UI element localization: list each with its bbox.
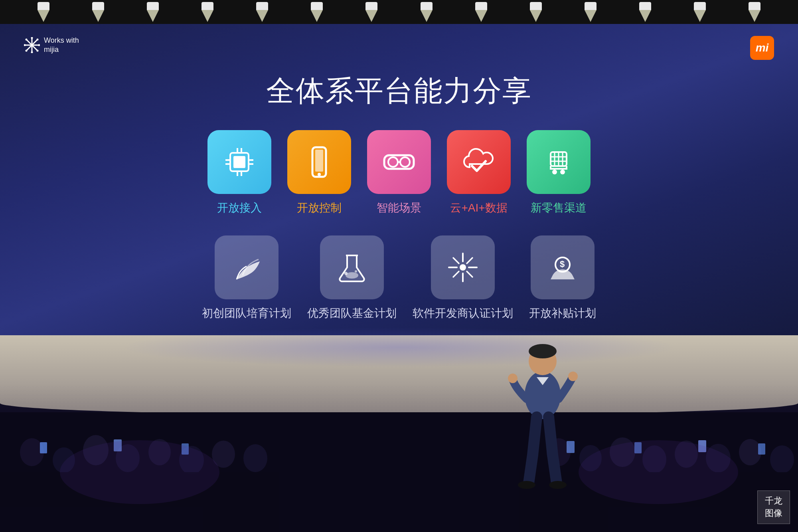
software-dev-label: 软件开发商认证计划 (413, 306, 513, 321)
main-title: 全体系平台能力分享 (266, 72, 532, 110)
mi-logo: mi (750, 36, 774, 60)
svg-point-6 (24, 44, 26, 46)
svg-rect-19 (225, 163, 230, 165)
light-8 (419, 2, 435, 22)
svg-rect-84 (758, 443, 765, 455)
light-4 (200, 2, 215, 22)
svg-line-49 (453, 258, 459, 263)
light-14 (747, 2, 762, 22)
svg-point-58 (568, 372, 578, 381)
card-open-control: 开放控制 (287, 130, 351, 216)
svg-point-87 (60, 440, 219, 504)
svg-point-56 (529, 344, 557, 358)
light-10 (528, 2, 544, 22)
svg-point-42 (344, 272, 348, 275)
svg-point-7 (38, 44, 40, 46)
svg-rect-14 (237, 148, 238, 153)
open-control-label: 开放控制 (297, 200, 342, 216)
light-13 (692, 2, 708, 22)
goggles-icon (381, 144, 417, 180)
svg-point-77 (770, 445, 794, 473)
card-smart-scene: 智能场景 (367, 130, 431, 216)
watermark-line1: 千龙 (765, 495, 782, 507)
svg-rect-20 (249, 159, 253, 161)
cloud-ai-label: 云+AI+数据 (450, 200, 507, 216)
startup-team-icon-bg (215, 235, 279, 299)
card-open-subsidy: $ 开放补贴计划 (529, 235, 596, 321)
cloud-ai-icon-bg (447, 130, 511, 194)
svg-point-5 (31, 51, 33, 53)
svg-rect-17 (241, 171, 242, 176)
open-subsidy-label: 开放补贴计划 (529, 306, 596, 321)
screen-ambient-glow (120, 327, 678, 367)
smart-scene-label: 智能场景 (377, 200, 421, 216)
svg-rect-78 (40, 442, 47, 453)
works-with-mijia-logo: Works with mijia (24, 36, 79, 55)
light-12 (637, 2, 653, 22)
light-5 (254, 2, 270, 22)
svg-rect-15 (241, 148, 242, 153)
watermark: 千龙 图像 (757, 490, 790, 524)
svg-text:$: $ (560, 259, 565, 269)
open-access-icon-bg (207, 130, 271, 194)
new-retail-icon-bg (527, 130, 591, 194)
svg-point-4 (31, 37, 33, 39)
svg-point-35 (552, 170, 557, 174)
new-retail-label: 新零售渠道 (531, 200, 587, 216)
svg-point-59 (518, 481, 535, 489)
card-startup-team: 初创团队培育计划 (202, 235, 291, 321)
open-subsidy-icon-bg: $ (531, 235, 595, 299)
svg-point-60 (549, 481, 567, 489)
svg-point-88 (579, 440, 738, 504)
light-3 (145, 2, 161, 22)
svg-point-26 (388, 157, 398, 167)
svg-rect-23 (315, 150, 323, 172)
works-line1: Works with (44, 36, 79, 45)
svg-point-76 (739, 439, 761, 465)
software-dev-icon-bg (431, 235, 495, 299)
svg-rect-21 (249, 163, 253, 165)
light-9 (473, 2, 489, 22)
svg-point-11 (26, 50, 28, 52)
svg-point-10 (37, 39, 39, 41)
excellent-team-icon-bg (320, 235, 384, 299)
chip-icon (221, 144, 257, 180)
svg-rect-13 (233, 156, 245, 168)
light-1 (36, 2, 51, 22)
cart-icon (541, 144, 577, 180)
smart-scene-icon-bg (367, 130, 431, 194)
svg-point-36 (560, 170, 565, 174)
card-excellent-team: 优秀团队基金计划 (307, 235, 397, 321)
svg-point-9 (37, 50, 39, 52)
card-software-dev: 软件开发商认证计划 (413, 235, 513, 321)
svg-point-43 (355, 270, 357, 273)
phone-icon (301, 144, 337, 180)
excellent-team-label: 优秀团队基金计划 (307, 306, 397, 321)
svg-rect-18 (225, 159, 230, 161)
svg-point-69 (243, 444, 267, 472)
startup-team-label: 初创团队培育计划 (202, 306, 291, 321)
presentation-screen: Works with mijia mi 全体系平台能力分享 (0, 24, 798, 335)
svg-point-27 (400, 157, 410, 167)
svg-line-52 (453, 271, 459, 277)
sparkle-icon (445, 249, 481, 285)
light-6 (309, 2, 325, 22)
watermark-line2: 图像 (765, 507, 782, 520)
stage-lights (0, 0, 798, 24)
program-cards-row2: 初创团队培育计划 优秀团队基金计划 (202, 235, 596, 321)
svg-line-51 (467, 258, 472, 263)
svg-line-50 (467, 271, 472, 277)
open-control-icon-bg (287, 130, 351, 194)
works-with-text: Works with mijia (44, 36, 79, 55)
light-11 (583, 2, 598, 22)
audience-silhouettes (0, 372, 798, 532)
leaf-icon (229, 249, 265, 285)
svg-point-24 (318, 173, 321, 176)
light-7 (363, 2, 379, 22)
svg-point-44 (460, 264, 466, 271)
mijia-snowflake-icon (24, 37, 40, 53)
svg-point-57 (508, 374, 518, 383)
light-2 (90, 2, 106, 22)
feature-cards-row1: 开放接入 开放控制 智能场景 (207, 130, 591, 216)
presenter-figure (499, 335, 587, 523)
